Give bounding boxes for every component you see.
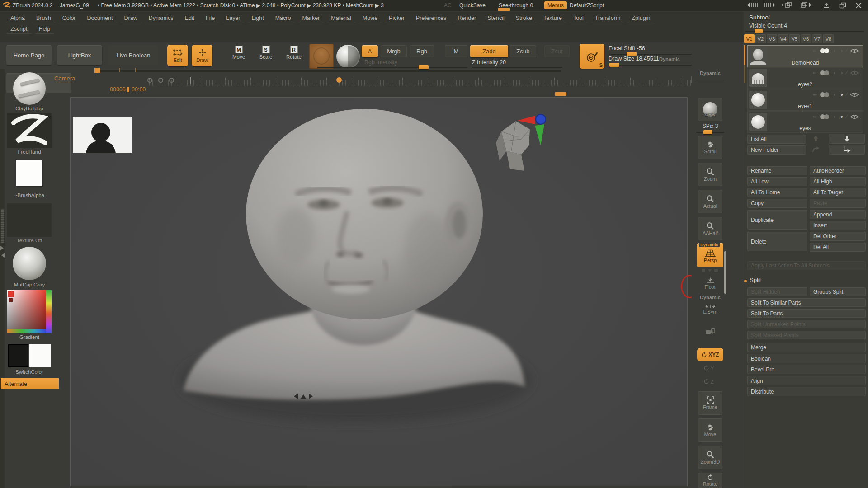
dynamic-resolution-label[interactable]: Dynamic — [697, 70, 723, 76]
all-to-target-button[interactable]: All To Target — [810, 188, 866, 197]
split-section-header[interactable]: Split — [750, 277, 761, 283]
anchor-a-toggle[interactable]: A — [362, 45, 378, 57]
move-into-folder-button[interactable] — [829, 145, 865, 155]
persp-button[interactable]: Dynamic Persp — [697, 243, 723, 267]
menu-item[interactable]: Dynamics — [145, 14, 178, 23]
menu-item[interactable]: Color — [58, 14, 80, 23]
playhead-dot[interactable] — [336, 77, 342, 83]
minimize-icon[interactable] — [823, 2, 830, 9]
spix-slider-label[interactable]: SPix 3 — [698, 123, 722, 129]
apply-last-action-button[interactable]: Apply Last Action To All Subtools — [747, 261, 866, 270]
all-to-home-button[interactable]: All To Home — [747, 188, 807, 197]
menu-item[interactable]: Help — [35, 24, 55, 34]
arrow-up-icon[interactable] — [301, 392, 306, 399]
collapse-right-tray-icon[interactable] — [763, 2, 775, 8]
stroke-selector[interactable]: FreeHand — [7, 113, 52, 155]
menu-item[interactable]: Stroke — [512, 14, 536, 23]
material-toggle-icon[interactable]: ◑ — [840, 114, 843, 119]
rotate-button[interactable]: R Rotate — [281, 46, 307, 60]
menu-item[interactable]: Preferences — [412, 14, 450, 23]
eye-icon[interactable] — [850, 92, 859, 97]
uv-toggle-icon[interactable]: ◐ — [833, 70, 836, 75]
tab-v8[interactable]: V8 — [823, 34, 834, 43]
timeline-ruler-minor[interactable] — [149, 80, 691, 86]
all-high-button[interactable]: All High — [810, 177, 866, 186]
tab-v2[interactable]: V2 — [755, 34, 766, 43]
polymesh-arrow-icon[interactable]: ↞ — [812, 48, 817, 53]
menu-item[interactable]: Zplugin — [627, 14, 654, 23]
menu-item[interactable]: Edit — [181, 14, 199, 23]
del-all-button[interactable]: Del All — [810, 243, 866, 252]
stroke-picker-button[interactable]: S — [580, 44, 604, 69]
split-hidden-button[interactable]: Split Hidden — [747, 287, 807, 296]
del-other-button[interactable]: Del Other — [810, 232, 866, 241]
m-button[interactable]: M — [445, 45, 467, 57]
restore-icon[interactable] — [839, 2, 846, 9]
local-symmetry-button[interactable]: L.Sym — [699, 301, 722, 317]
quicksave-button[interactable]: QuickSave — [459, 2, 486, 9]
eye-icon[interactable] — [850, 48, 859, 53]
copy-button[interactable]: Copy — [747, 199, 807, 208]
zoom3d-button[interactable]: Zoom3D — [698, 446, 722, 469]
subtool-item-eyes[interactable]: ↞ ◐ ◑ ∕ eyes — [747, 111, 863, 133]
polypaint-toggle-icon[interactable] — [820, 48, 830, 53]
brush-selector[interactable]: ClayBuildup — [7, 72, 52, 111]
mrgb-button[interactable]: Mrgb — [381, 45, 407, 57]
visible-count-slider-label[interactable]: Visible Count 4 — [749, 23, 787, 29]
close-icon[interactable] — [855, 2, 862, 9]
material-toggle-icon[interactable]: ◑ — [840, 48, 843, 53]
insert-button[interactable]: Insert — [810, 221, 866, 230]
collapse-left-tray-icon[interactable] — [747, 2, 760, 8]
mask-toggle-icon[interactable]: ∕ — [846, 70, 847, 75]
aahalf-button[interactable]: AAHalf — [698, 217, 722, 240]
move-up-icon[interactable] — [813, 135, 819, 142]
menu-item[interactable]: Brush — [32, 14, 55, 23]
boolean-section-header[interactable]: Boolean — [747, 354, 866, 363]
menu-item[interactable]: Zscript — [6, 24, 32, 34]
menu-item[interactable]: Light — [248, 14, 268, 23]
paste-button[interactable]: Paste — [810, 199, 866, 208]
left-scroll-thumb[interactable] — [1, 209, 4, 243]
menu-item[interactable]: Material — [327, 14, 355, 23]
rotate-3d-button[interactable]: Rotate — [698, 473, 722, 488]
live-boolean-button[interactable]: Live Boolean — [108, 45, 158, 65]
polypaint-toggle-icon[interactable] — [820, 92, 830, 97]
polypaint-toggle-icon[interactable] — [820, 70, 830, 75]
polypaint-toggle-icon[interactable] — [820, 114, 830, 119]
frame-button[interactable]: Frame — [698, 391, 722, 415]
polymesh-arrow-icon[interactable]: ↞ — [812, 92, 817, 97]
merge-section-header[interactable]: Merge — [747, 343, 866, 352]
material-toggle-icon[interactable]: ◑ — [840, 92, 843, 97]
timeline-zoom-handle[interactable] — [555, 92, 566, 96]
split-masked-points-button[interactable]: Split Masked Points — [747, 331, 866, 339]
visible-count-track[interactable] — [745, 31, 864, 32]
zoom-button[interactable]: Zoom — [698, 163, 722, 186]
dock-left-icon[interactable] — [781, 2, 795, 8]
arrow-left-icon[interactable] — [291, 394, 298, 399]
append-button[interactable]: Append — [810, 210, 866, 219]
zcut-button[interactable]: Zcut — [544, 45, 570, 57]
camera-button[interactable] — [699, 320, 722, 343]
menu-item[interactable]: Transform — [591, 14, 625, 23]
menu-item[interactable]: Render — [453, 14, 480, 23]
scroll-left-arrow-icon[interactable] — [0, 253, 5, 258]
color-picker[interactable]: Gradient — [7, 290, 52, 340]
split-unmasked-points-button[interactable]: Split Unmasked Points — [747, 320, 866, 328]
dynamic-draw-size-label[interactable]: Dynamic — [659, 56, 680, 62]
move-button[interactable]: M Move — [226, 46, 251, 60]
rotate-y-button[interactable]: Y — [703, 365, 714, 371]
alternate-button[interactable]: Alternate — [1, 378, 59, 389]
primary-color-swatch[interactable] — [8, 344, 28, 367]
z-intensity-track[interactable] — [472, 67, 562, 68]
rgb-intensity-slider-label[interactable]: Rgb Intensity — [364, 59, 397, 66]
switch-color-swatches[interactable] — [7, 344, 52, 368]
menu-item[interactable]: Texture — [539, 14, 566, 23]
hue-strip[interactable] — [46, 290, 52, 333]
distribute-section-header[interactable]: Distribute — [747, 387, 866, 396]
subtool-panel-title[interactable]: Subtool — [749, 14, 770, 21]
menu-item[interactable]: Picker — [385, 14, 409, 23]
tab-v5[interactable]: V5 — [789, 34, 800, 43]
material-toggle-icon[interactable]: ◑ — [840, 70, 843, 75]
rename-button[interactable]: Rename — [747, 166, 807, 175]
menus-button[interactable]: Menus — [544, 1, 567, 9]
